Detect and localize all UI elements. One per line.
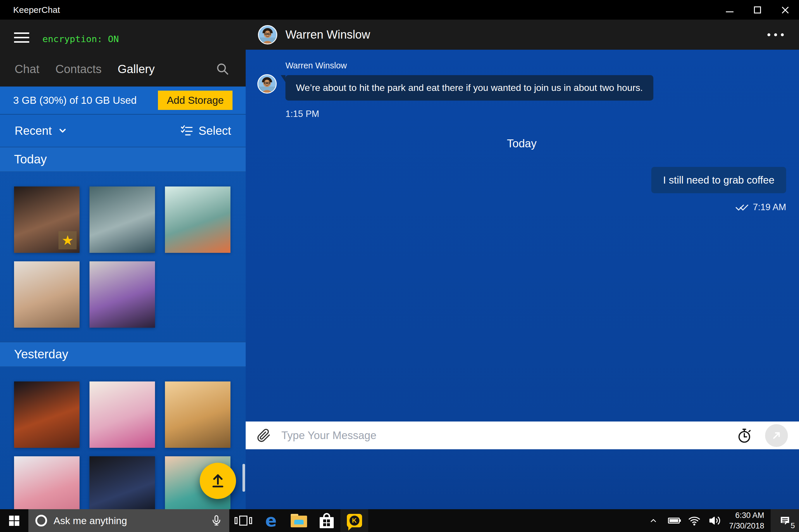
chat-panel: Warren Winslow Warren Winslow We’re abou… [246, 20, 799, 509]
edge-icon [265, 512, 277, 529]
battery-icon [668, 518, 680, 524]
send-message-button[interactable] [765, 424, 788, 447]
wifi-status-button[interactable] [684, 509, 705, 532]
keeperchat-app-icon [347, 514, 362, 527]
microsoft-store-icon [320, 513, 334, 528]
read-double-check-icon [735, 203, 749, 212]
message-receipt: 7:19 AM [735, 202, 786, 212]
contact-avatar[interactable] [258, 25, 277, 44]
stopwatch-icon [737, 428, 752, 443]
task-view-icon [235, 516, 252, 526]
outgoing-timestamp: 7:19 AM [753, 202, 786, 212]
gallery-photo[interactable] [90, 381, 155, 448]
tab-chat[interactable]: Chat [15, 62, 39, 76]
storage-bar: 3 GB (30%) of 10 GB Used Add Storage [0, 87, 246, 114]
windows-taskbar: 6:30 AM 7/30/2018 5 [0, 509, 799, 532]
gallery-photo[interactable] [90, 187, 155, 253]
gallery-photo[interactable] [90, 261, 155, 328]
photo-grid-today: ★ [0, 172, 246, 342]
tab-gallery[interactable]: Gallery [117, 62, 155, 76]
message-list: Warren Winslow We’re about to hit the pa… [246, 50, 799, 421]
close-button[interactable] [771, 0, 799, 20]
incoming-timestamp: 1:15 PM [285, 109, 653, 119]
cortana-icon [35, 515, 47, 527]
attach-file-button[interactable] [257, 429, 271, 442]
notification-count: 5 [791, 521, 795, 530]
wifi-icon [688, 515, 700, 527]
sidebar-header: encryption: ON Chat Contacts Gallery [0, 20, 246, 87]
edge-browser-button[interactable] [257, 509, 285, 532]
gallery-list: Today ★ Yesterday [0, 147, 246, 509]
gallery-photo[interactable] [14, 456, 79, 509]
keeperchat-window: KeeperChat encryption: ON Chat Contacts … [0, 0, 799, 532]
gallery-photo[interactable] [14, 261, 79, 328]
task-view-button[interactable] [229, 509, 257, 532]
message-input[interactable] [281, 430, 730, 442]
volume-button[interactable] [705, 509, 725, 532]
date-divider: Today [257, 137, 786, 150]
chat-header: Warren Winslow [246, 20, 799, 50]
notification-icon [779, 515, 791, 526]
message-composer [246, 421, 799, 449]
sidebar: encryption: ON Chat Contacts Gallery 3 G… [0, 20, 246, 509]
chevron-down-icon [58, 126, 68, 136]
volume-icon [709, 515, 721, 527]
upload-photo-button[interactable] [200, 463, 236, 499]
action-center-button[interactable]: 5 [770, 509, 799, 532]
gallery-toolbar: Recent Select [0, 114, 246, 147]
clock[interactable]: 6:30 AM 7/30/2018 [729, 510, 764, 531]
file-explorer-button[interactable] [285, 509, 313, 532]
windows-logo-icon [9, 516, 19, 526]
maximize-button[interactable] [743, 0, 771, 20]
keeperchat-taskbar-button[interactable] [340, 509, 368, 532]
start-button[interactable] [0, 509, 29, 532]
chat-footer [246, 449, 799, 509]
gallery-photo[interactable]: ★ [14, 187, 79, 253]
microphone-icon[interactable] [210, 515, 222, 527]
select-label: Select [199, 124, 231, 137]
upload-arrow-icon [209, 472, 227, 490]
section-header-today: Today [0, 147, 246, 172]
gallery-photo[interactable] [165, 381, 230, 448]
sort-label: Recent [15, 124, 52, 137]
microsoft-store-button[interactable] [313, 509, 340, 532]
tab-contacts[interactable]: Contacts [56, 62, 102, 76]
message-sender: Warren Winslow [285, 61, 653, 71]
gallery-photo[interactable] [165, 187, 230, 253]
storage-usage-text: 3 GB (30%) of 10 GB Used [13, 94, 136, 106]
minimize-button[interactable] [716, 0, 743, 20]
system-tray: 6:30 AM 7/30/2018 5 [643, 509, 799, 532]
clock-date: 7/30/2018 [729, 520, 764, 531]
clock-time: 6:30 AM [735, 510, 764, 520]
cortana-search[interactable] [29, 509, 229, 532]
add-storage-button[interactable]: Add Storage [158, 91, 233, 110]
search-icon[interactable] [216, 62, 229, 76]
outgoing-message: I still need to grab coffee 7:19 AM [257, 167, 786, 212]
window-title: KeeperChat [13, 5, 60, 15]
file-explorer-icon [291, 514, 307, 527]
outgoing-bubble: I still need to grab coffee [651, 167, 786, 193]
minimize-icon [726, 12, 733, 12]
encryption-status: encryption: ON [42, 34, 119, 44]
select-list-icon [180, 125, 193, 137]
incoming-message: Warren Winslow We’re about to hit the pa… [257, 61, 786, 119]
gallery-photo[interactable] [14, 381, 79, 448]
battery-status-button[interactable] [664, 509, 684, 532]
message-avatar [257, 74, 277, 94]
gallery-photo[interactable] [90, 456, 155, 509]
tray-overflow-button[interactable] [643, 509, 664, 532]
paperclip-icon [257, 429, 271, 442]
tab-bar: Chat Contacts Gallery [15, 62, 229, 76]
incoming-bubble: We’re about to hit the park and eat ther… [285, 75, 653, 100]
window-controls [716, 0, 799, 20]
taskbar-search-input[interactable] [54, 515, 204, 527]
select-button[interactable]: Select [180, 124, 231, 137]
chevron-up-icon [649, 516, 658, 525]
sort-dropdown[interactable]: Recent [15, 124, 68, 137]
contact-name: Warren Winslow [285, 28, 370, 41]
self-destruct-timer-button[interactable] [737, 428, 752, 443]
sidebar-scrollbar[interactable] [242, 464, 245, 492]
hamburger-menu-button[interactable] [14, 33, 29, 43]
more-options-button[interactable] [764, 31, 787, 39]
send-arrow-icon [771, 430, 782, 441]
